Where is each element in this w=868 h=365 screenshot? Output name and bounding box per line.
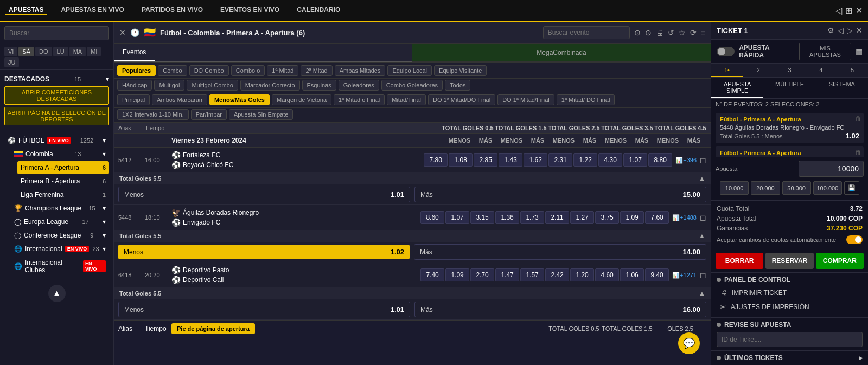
market-tab-mitad-final[interactable]: Mitad/Final [387, 94, 426, 105]
odd-5412-6[interactable]: 1.22 [573, 153, 597, 167]
odd-6418-9[interactable]: 9.40 [645, 268, 669, 281]
collapse-5412-btn[interactable]: ▲ [699, 175, 705, 182]
odd-more-6418[interactable]: 📊+1271 [670, 270, 699, 281]
bet-type-multiple[interactable]: MÚLTIPLE [763, 78, 815, 98]
market-tab-1a-mitad[interactable]: 1ª Mitad [267, 65, 298, 76]
market-tab-ambas-mitades[interactable]: Ambas Mitades [335, 65, 386, 76]
day-tab-lu[interactable]: LU [53, 47, 68, 56]
market-tab-do-combo[interactable]: DO Combo [189, 65, 229, 76]
ticket-settings-btn[interactable]: ⚙ [827, 26, 834, 35]
comprar-btn[interactable]: COMPRAR [816, 253, 864, 269]
menos-cell-5448[interactable]: Menos 1.02 [118, 245, 410, 259]
quick-stake-100000[interactable]: 100.000 [813, 181, 842, 195]
odd-5448-7[interactable]: 3.75 [595, 211, 619, 224]
ticket-tab-3[interactable]: 3 [774, 64, 806, 77]
scroll-up-btn[interactable]: ▲ [48, 285, 66, 302]
mas-cell-5448[interactable]: Más 14.00 [414, 244, 706, 260]
quick-stake-10000[interactable]: 10.000 [720, 181, 749, 195]
market-tab-combo-o[interactable]: Combo o [231, 65, 265, 76]
nav-item-eventos-en-vivo[interactable]: EVENTOS EN VIVO [217, 6, 283, 15]
menos-cell-6418[interactable]: Menos 1.01 [118, 302, 410, 317]
sidebar-item-conference[interactable]: ◯ Conference League 9 ▾ [11, 229, 109, 242]
nav-item-apuestas-en-vivo[interactable]: APUESTAS EN VIVO [58, 6, 127, 15]
odd-6418-7[interactable]: 4.60 [595, 268, 619, 281]
ticket-tab-1[interactable]: 1• [711, 64, 743, 77]
odd-5448-8[interactable]: 1.09 [620, 211, 644, 224]
nav-item-partidos-en-vivo[interactable]: PARTIDOS EN VIVO [138, 6, 206, 15]
sidebar-item-internacional-clubes[interactable]: 🌐 Internacional Clubes EN VIVO [11, 256, 109, 277]
ticket-close-btn[interactable]: ✕ [856, 26, 863, 35]
day-tab-sa[interactable]: SÁ [18, 47, 34, 56]
market-tab-marcador[interactable]: Marcador Correcto [240, 80, 300, 91]
market-tab-esquinas[interactable]: Esquinas [302, 80, 336, 91]
collapse-6418-btn[interactable]: ▲ [699, 290, 705, 297]
star-btn[interactable]: ☆ [679, 28, 686, 37]
odd-6418-1[interactable]: 1.09 [445, 268, 469, 281]
market-tab-2a-mitad[interactable]: 2ª Mitad [301, 65, 332, 76]
sidebar-item-colombia[interactable]: Colombia 13 ▾ [11, 148, 109, 161]
market-tab-handicap[interactable]: Hándicap [117, 80, 152, 91]
bet-type-simple[interactable]: APUESTA SIMPLE [711, 78, 763, 98]
odd-5412-0[interactable]: 7.80 [424, 153, 448, 167]
accept-changes-toggle[interactable] [846, 235, 863, 244]
nav-item-apuestas[interactable]: APUESTAS [5, 6, 47, 15]
market-tab-par-impar[interactable]: Par/Impar [191, 109, 227, 120]
odd-5412-1[interactable]: 1.08 [449, 153, 473, 167]
market-tab-multigol[interactable]: Multigol [154, 80, 184, 91]
odd-6418-6[interactable]: 1.20 [570, 268, 594, 281]
rapid-bet-toggle[interactable] [717, 47, 735, 56]
reservar-btn[interactable]: RESERVAR [765, 253, 813, 269]
odd-5448-6[interactable]: 1.27 [570, 211, 594, 224]
odd-5412-8[interactable]: 1.07 [623, 153, 647, 167]
market-tab-1x2-intervalo[interactable]: 1X2 Intervalo 1-10 Min. [117, 109, 189, 120]
delete-item-6418-btn[interactable]: 🗑 [855, 149, 861, 156]
market-tab-ambos[interactable]: Ambos Marcarán [152, 94, 207, 105]
odd-5448-9[interactable]: 7.60 [645, 211, 669, 224]
mis-apuestas-btn[interactable]: MIS APUESTAS [799, 43, 851, 60]
sidebar-item-football[interactable]: ⚽ FÚTBOL EN VIVO 1252 ▾ [4, 134, 109, 147]
layout-btn[interactable]: ⊞ [845, 5, 852, 16]
odd-5412-9[interactable]: 8.80 [648, 153, 672, 167]
filter1-btn[interactable]: ⊙ [634, 28, 641, 37]
panel-de-control-header[interactable]: PANEL DE CONTROL [717, 276, 863, 284]
odd-5448-3[interactable]: 1.36 [495, 211, 519, 224]
event-search-input[interactable] [543, 26, 630, 39]
expand-5412-btn[interactable]: ◻ [700, 156, 706, 164]
mas-cell-6418[interactable]: Más 16.00 [414, 302, 706, 317]
ticket-prev-btn[interactable]: ◁ [838, 26, 844, 35]
sidebar-item-champions[interactable]: 🏆 Champions League 15 ▾ [11, 202, 109, 215]
quick-stake-20000[interactable]: 20.000 [751, 181, 780, 195]
odd-more-5412[interactable]: 📊+396 [673, 155, 699, 166]
sidebar-item-liga-femenina[interactable]: Liga Femenina 1 [17, 188, 109, 201]
market-tab-sin-empate[interactable]: Apuesta Sin Empate [229, 109, 293, 120]
odd-6418-4[interactable]: 1.57 [520, 268, 544, 281]
ultimos-tickets-header[interactable]: ÚLTIMOS TICKETS ▸ [717, 354, 863, 362]
odd-5448-0[interactable]: 8.60 [420, 211, 444, 224]
sidebar-item-primera-a[interactable]: Primera A - Apertura 6 [17, 161, 109, 174]
filter2-btn[interactable]: ⊙ [645, 28, 652, 37]
expand-5448-btn[interactable]: ◻ [700, 213, 706, 222]
stake-input[interactable] [799, 161, 864, 177]
odd-6418-0[interactable]: 7.40 [420, 268, 444, 281]
menu-btn[interactable]: ≡ [701, 28, 705, 37]
odd-6418-2[interactable]: 2.70 [470, 268, 494, 281]
odd-5448-1[interactable]: 1.07 [445, 211, 469, 224]
day-tab-ju[interactable]: JU [4, 57, 19, 67]
odd-5412-4[interactable]: 1.62 [524, 153, 547, 167]
mas-cell-5412[interactable]: Más 15.00 [414, 187, 706, 202]
info-btn[interactable]: 🕐 [130, 28, 139, 37]
nav-item-calendario[interactable]: CALENDARIO [293, 6, 343, 15]
odd-5412-5[interactable]: 2.31 [548, 153, 572, 167]
market-tab-equipo-local[interactable]: Equipo Local [387, 65, 432, 76]
sidebar-item-europa[interactable]: ◯ Europa League 17 ▾ [11, 215, 109, 228]
market-tab-combo-goleadores[interactable]: Combo Goleadores [381, 80, 443, 91]
collapse-5448-btn[interactable]: ▲ [699, 232, 705, 240]
ticket-tab-2[interactable]: 2 [743, 64, 774, 77]
pie-pagina-btn[interactable]: Pie de página de apertura [171, 323, 255, 334]
destacados-header[interactable]: DESTACADOS 15 ▾ [4, 73, 109, 85]
odd-5412-3[interactable]: 1.43 [499, 153, 522, 167]
odd-5448-4[interactable]: 1.73 [520, 211, 544, 224]
market-tab-1a-do-final[interactable]: 1ª Mitad/ DO Final [557, 94, 615, 105]
delete-item-5448-btn[interactable]: 🗑 [855, 115, 861, 123]
chat-button[interactable]: 💬 [678, 332, 700, 354]
